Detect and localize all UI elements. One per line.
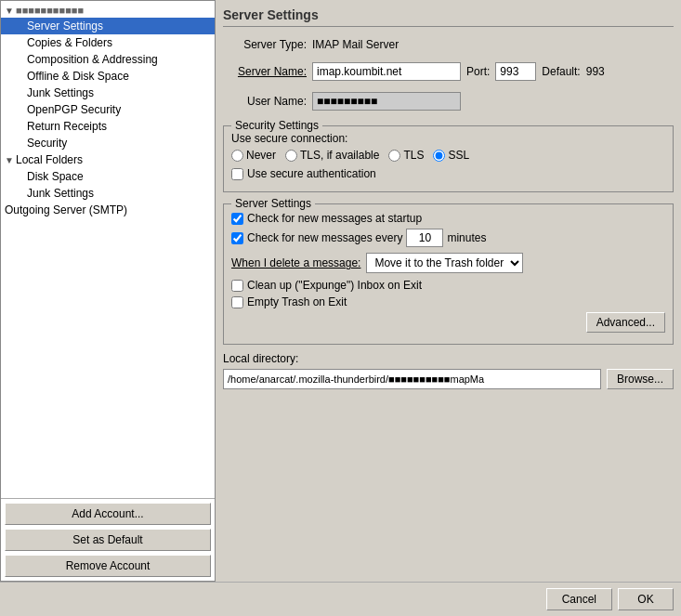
empty-trash-label: Empty Trash on Exit [247, 295, 347, 308]
advanced-button[interactable]: Advanced... [586, 312, 665, 333]
sidebar-item-composition[interactable]: Composition & Addressing [1, 51, 215, 68]
window: ▼ ■■■■■■■■■■■ Server Settings Copies & F… [0, 0, 681, 616]
browse-button[interactable]: Browse... [607, 369, 674, 389]
sidebar-item-label: Local Folders [16, 153, 83, 166]
advanced-row: Advanced... [231, 312, 665, 333]
sidebar-item-copies-folders[interactable]: Copies & Folders [1, 34, 215, 51]
radio-tls[interactable] [388, 150, 400, 162]
server-settings-group-title: Server Settings [231, 197, 315, 210]
expand-icon: ▼ [5, 155, 14, 165]
cleanup-row: Clean up ("Expunge") Inbox on Exit [231, 279, 665, 292]
radio-ssl-label[interactable]: SSL [433, 149, 469, 162]
radio-never[interactable] [231, 150, 243, 162]
sidebar-item-label: Security [27, 137, 67, 150]
cancel-button[interactable]: Cancel [546, 588, 612, 610]
server-name-label: Server Name: [223, 65, 307, 78]
radio-group-secure: Never TLS, if available TLS SSL [231, 149, 665, 162]
footer: Cancel OK [0, 582, 681, 616]
security-group-title: Security Settings [231, 119, 322, 132]
panel-title: Server Settings [223, 7, 674, 27]
check-startup-label: Check for new messages at startup [247, 212, 422, 225]
port-label: Port: [466, 65, 490, 78]
ok-button[interactable]: OK [618, 588, 674, 610]
server-type-row: Server Type: IMAP Mail Server [223, 38, 674, 51]
use-secure-auth-row: Use secure authentication [231, 167, 665, 180]
sidebar-item-local-folders[interactable]: ▼ Local Folders [1, 151, 215, 168]
sidebar-item-label: Offline & Disk Space [27, 70, 129, 83]
radio-tls-available-text: TLS, if available [300, 149, 379, 162]
default-label: Default: [542, 65, 580, 78]
server-name-row: Server Name: Port: Default: 993 [223, 62, 674, 81]
when-delete-select[interactable]: Move it to the Trash folder Delete it im… [366, 253, 523, 273]
sidebar-item-label: Server Settings [27, 20, 103, 33]
remove-account-button[interactable]: Remove Account [5, 555, 211, 577]
use-secure-auth-label: Use secure authentication [247, 167, 376, 180]
user-name-input[interactable] [312, 92, 461, 111]
sidebar-item-label: Composition & Addressing [27, 53, 158, 66]
empty-trash-checkbox[interactable] [231, 296, 243, 308]
radio-tls-available[interactable] [285, 150, 297, 162]
local-dir-row: Local directory: Browse... [223, 352, 674, 389]
port-input[interactable] [495, 62, 536, 81]
sidebar-item-disk-space[interactable]: Disk Space [1, 168, 215, 185]
sidebar-item-label: Disk Space [27, 170, 84, 183]
sidebar-item-outgoing-smtp[interactable]: Outgoing Server (SMTP) [1, 202, 215, 218]
use-secure-auth-checkbox[interactable] [231, 168, 243, 180]
when-delete-label: When I delete a message: [231, 256, 360, 269]
radio-never-label[interactable]: Never [231, 149, 276, 162]
bottom-buttons: Add Account... Set as Default Remove Acc… [1, 498, 215, 581]
user-name-label: User Name: [223, 95, 307, 108]
radio-ssl[interactable] [433, 150, 445, 162]
tree-area: ▼ ■■■■■■■■■■■ Server Settings Copies & F… [1, 1, 215, 498]
sidebar-item-label: Junk Settings [27, 86, 94, 99]
server-type-label: Server Type: [223, 38, 307, 51]
dir-input-row: Browse... [223, 369, 674, 389]
left-panel: ▼ ■■■■■■■■■■■ Server Settings Copies & F… [0, 0, 216, 582]
collapse-icon: ▼ [5, 6, 14, 16]
sidebar-item-junk-2[interactable]: Junk Settings [1, 185, 215, 202]
user-name-row: User Name: [223, 92, 674, 111]
local-dir-label: Local directory: [223, 352, 674, 365]
sidebar-item-label: Copies & Folders [27, 36, 112, 49]
sidebar-item-server-settings[interactable]: Server Settings [1, 18, 215, 34]
radio-tls-label[interactable]: TLS [388, 149, 424, 162]
check-every-row: Check for new messages every minutes [231, 229, 665, 247]
check-startup-checkbox[interactable] [231, 213, 243, 225]
check-startup-row: Check for new messages at startup [231, 212, 665, 225]
tree-account-root[interactable]: ▼ ■■■■■■■■■■■ [1, 3, 215, 18]
empty-trash-row: Empty Trash on Exit [231, 295, 665, 308]
sidebar-item-return-receipts[interactable]: Return Receipts [1, 118, 215, 135]
sidebar-item-junk-1[interactable]: Junk Settings [1, 85, 215, 101]
server-settings-group: Server Settings Check for new messages a… [223, 203, 674, 345]
main-content: ▼ ■■■■■■■■■■■ Server Settings Copies & F… [0, 0, 681, 582]
account-name-label: ■■■■■■■■■■■ [16, 5, 84, 16]
radio-never-text: Never [246, 149, 276, 162]
set-default-button[interactable]: Set as Default [5, 529, 211, 551]
cleanup-label: Clean up ("Expunge") Inbox on Exit [247, 279, 422, 292]
sidebar-item-label: Junk Settings [27, 187, 94, 200]
sidebar-item-label: Outgoing Server (SMTP) [5, 203, 127, 216]
use-secure-label: Use secure connection: [231, 132, 665, 145]
server-type-value: IMAP Mail Server [312, 38, 399, 51]
sidebar-item-offline-disk[interactable]: Offline & Disk Space [1, 68, 215, 85]
radio-tls-text: TLS [403, 149, 424, 162]
minutes-label: minutes [447, 231, 486, 244]
local-dir-input[interactable] [223, 369, 601, 389]
sidebar-item-security[interactable]: Security [1, 135, 215, 151]
sidebar-item-label: Return Receipts [27, 120, 107, 133]
default-value: 993 [586, 65, 605, 78]
right-panel: Server Settings Server Type: IMAP Mail S… [216, 0, 681, 582]
server-name-input[interactable] [312, 62, 461, 81]
check-every-checkbox[interactable] [231, 232, 243, 244]
radio-tls-available-label[interactable]: TLS, if available [285, 149, 379, 162]
cleanup-checkbox[interactable] [231, 280, 243, 292]
add-account-button[interactable]: Add Account... [5, 503, 211, 525]
check-every-label: Check for new messages every [247, 231, 402, 244]
check-every-input[interactable] [406, 229, 443, 247]
sidebar-item-openpgp[interactable]: OpenPGP Security [1, 101, 215, 118]
security-settings-group: Security Settings Use secure connection:… [223, 125, 674, 192]
delete-row: When I delete a message: Move it to the … [231, 253, 665, 273]
radio-ssl-text: SSL [448, 149, 469, 162]
sidebar-item-label: OpenPGP Security [27, 103, 121, 116]
